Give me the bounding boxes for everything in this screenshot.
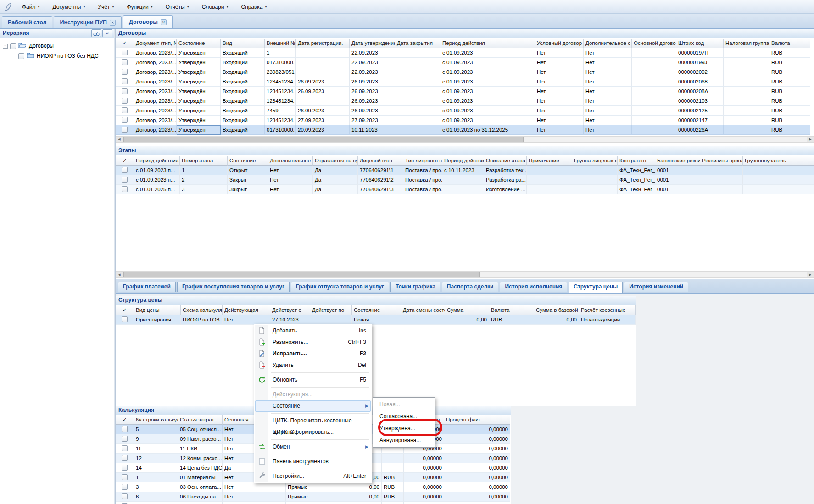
- column-header[interactable]: Расчёт косвенных: [579, 305, 636, 315]
- table-row[interactable]: [116, 502, 510, 504]
- context-menu-item-10[interactable]: ЦИТК. Пересчитать косвенные затраты...: [255, 415, 371, 426]
- subtab-4[interactable]: Паспорта сделки: [442, 282, 499, 292]
- tree-expander-icon[interactable]: −: [3, 44, 8, 49]
- column-header[interactable]: Номер этапа: [180, 156, 228, 166]
- column-header[interactable]: Валюта: [489, 305, 534, 315]
- table-row[interactable]: Договор, 2023/...УтверждёнВходящий122.09…: [116, 48, 810, 58]
- column-header[interactable]: ✓: [116, 39, 134, 48]
- column-header[interactable]: Дополнительное с: [268, 156, 313, 166]
- column-header[interactable]: Налоговая группа.: [724, 39, 769, 48]
- row-checkbox[interactable]: [122, 465, 128, 471]
- column-header[interactable]: Дата смены состо: [401, 305, 445, 315]
- tab-1[interactable]: Инструкции ПУП×: [54, 16, 122, 28]
- column-header[interactable]: Банковские рекви: [655, 156, 700, 166]
- row-checkbox[interactable]: [122, 78, 128, 84]
- column-header[interactable]: Условный договор: [535, 39, 584, 48]
- table-row[interactable]: Ориентировоч...НИОКР по ГОЗ ...Нет27.10.…: [116, 315, 636, 325]
- column-header[interactable]: № строки калькул: [134, 415, 178, 425]
- row-checkbox[interactable]: [122, 127, 128, 133]
- table-row[interactable]: с 01.09.2023 п...2ЗакрытНетДа7706406291\…: [116, 175, 814, 185]
- table-row[interactable]: Договор, 2023/...УтверждёнВходящий017310…: [116, 125, 810, 135]
- column-header[interactable]: Действует по: [310, 305, 352, 315]
- column-header[interactable]: ✓: [116, 305, 134, 315]
- row-checkbox[interactable]: [122, 117, 128, 123]
- column-header[interactable]: Дата закрытия: [395, 39, 440, 48]
- row-checkbox[interactable]: [122, 50, 128, 55]
- subtab-2[interactable]: График отпуска товаров и услуг: [291, 282, 389, 292]
- menubar-item-6[interactable]: Справка▾: [238, 4, 269, 10]
- row-checkbox[interactable]: [122, 426, 128, 432]
- detail-hscrollbar[interactable]: ◀ ▶: [116, 271, 814, 278]
- column-header[interactable]: Процент факт: [444, 415, 510, 425]
- table-row[interactable]: Договор, 2023/...УтверждёнВходящий123451…: [116, 116, 810, 125]
- column-header[interactable]: Действующая: [223, 305, 270, 315]
- column-header[interactable]: Дата регистрации.: [296, 39, 350, 48]
- table-row[interactable]: Договор, 2023/...УтверждёнВходящий123451…: [116, 77, 810, 87]
- context-menu-item-2[interactable]: Исправить...F2: [255, 348, 371, 360]
- column-header[interactable]: Лицевой счёт: [358, 156, 403, 166]
- column-header[interactable]: Статья затрат: [178, 415, 223, 425]
- column-header[interactable]: Состояние: [228, 156, 268, 166]
- tab-close-icon[interactable]: ×: [110, 20, 116, 26]
- column-header[interactable]: Примечание: [527, 156, 572, 166]
- column-header[interactable]: Контрагент: [618, 156, 655, 166]
- column-header[interactable]: Документ (тип, №: [134, 39, 177, 48]
- table-row[interactable]: Договор, 2023/...УтверждёнВходящий123451…: [116, 87, 810, 96]
- contracts-hscrollbar[interactable]: ◀ ▶: [116, 136, 814, 143]
- column-header[interactable]: Состояние: [352, 305, 401, 315]
- column-header[interactable]: Период действия д: [442, 156, 484, 166]
- context-menu-item-5[interactable]: ОбновитьF5: [255, 374, 371, 386]
- menubar-item-2[interactable]: Учёт▾: [95, 4, 117, 10]
- column-header[interactable]: Штрих-код: [676, 39, 724, 48]
- column-header[interactable]: Схема калькуляци: [181, 305, 223, 315]
- column-header[interactable]: Реквизиты принад: [700, 156, 743, 166]
- row-checkbox[interactable]: [122, 445, 128, 451]
- scroll-left-arrow-icon[interactable]: ◀: [116, 137, 123, 142]
- row-checkbox[interactable]: [122, 436, 128, 442]
- tab-2[interactable]: Договоры×: [123, 15, 173, 28]
- subtab-3[interactable]: Точки графика: [390, 282, 440, 292]
- menubar-item-5[interactable]: Словари▾: [199, 4, 231, 10]
- scroll-left-arrow-icon[interactable]: ◀: [116, 272, 123, 277]
- subtab-6[interactable]: Структура цены: [569, 282, 623, 293]
- row-checkbox[interactable]: [122, 455, 128, 461]
- tree-item-0[interactable]: −Договоры: [0, 41, 114, 51]
- row-checkbox[interactable]: [122, 69, 128, 75]
- row-checkbox[interactable]: [122, 88, 128, 94]
- column-header[interactable]: Валюта: [769, 39, 810, 48]
- table-row[interactable]: Договор, 2023/...УтверждёнВходящий017310…: [116, 58, 810, 67]
- context-menu-item-0[interactable]: Добавить...Ins: [255, 325, 371, 337]
- row-checkbox[interactable]: [122, 107, 128, 113]
- column-header[interactable]: Грузополучатель: [743, 156, 814, 166]
- context-menu-item-11[interactable]: ЦИТК. Сформировать...: [255, 426, 371, 438]
- column-header[interactable]: Группа лицевых сч: [572, 156, 618, 166]
- row-checkbox[interactable]: [122, 167, 128, 173]
- table-row[interactable]: Договор, 2023/...УтверждёнВходящий123451…: [116, 96, 810, 106]
- row-checkbox[interactable]: [122, 316, 128, 322]
- context-menu-item-13[interactable]: Обмен▶: [255, 441, 371, 453]
- menubar-item-3[interactable]: Функции▾: [124, 4, 155, 10]
- tree-checkbox[interactable]: [18, 53, 24, 59]
- scroll-right-arrow-icon[interactable]: ▶: [807, 137, 814, 142]
- column-header[interactable]: Дополнительное с: [584, 39, 632, 48]
- row-checkbox[interactable]: [122, 59, 128, 65]
- table-row[interactable]: с 01.01.2025 п...3ЗакрытНетДа7706406291\…: [116, 185, 814, 194]
- column-header[interactable]: ✓: [116, 415, 134, 425]
- subtab-0[interactable]: График платежей: [118, 282, 176, 292]
- column-header[interactable]: Вид цены: [134, 305, 181, 315]
- row-checkbox[interactable]: [122, 484, 128, 490]
- find-button[interactable]: [91, 29, 101, 37]
- column-header[interactable]: Тип лицевого счёт: [403, 156, 442, 166]
- table-row[interactable]: 303 Осн. оплата...НетПрямые0,00RUB0,0000…: [116, 482, 510, 492]
- column-header[interactable]: Сумма в базовой в: [534, 305, 579, 315]
- menubar-item-1[interactable]: Документы▾: [50, 4, 88, 10]
- column-header[interactable]: Период действия: [440, 39, 535, 48]
- menubar-item-4[interactable]: Отчёты▾: [163, 4, 192, 10]
- subtab-7[interactable]: История изменений: [624, 282, 688, 292]
- subtab-5[interactable]: История исполнения: [500, 282, 567, 292]
- context-menu-item-1[interactable]: Размножить...Ctrl+F3: [255, 337, 371, 348]
- column-header[interactable]: ✓: [116, 156, 134, 166]
- context-menu-item-8[interactable]: Состояние▶: [255, 400, 371, 412]
- row-checkbox[interactable]: [122, 186, 128, 192]
- tab-close-icon[interactable]: ×: [161, 19, 167, 25]
